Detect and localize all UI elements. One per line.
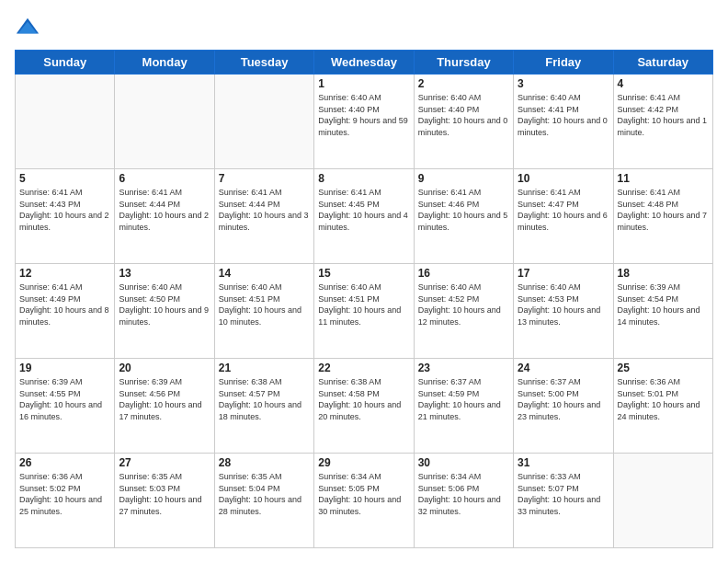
calendar-day-header: Tuesday <box>214 51 313 75</box>
day-info: Sunrise: 6:41 AM Sunset: 4:47 PM Dayligh… <box>518 187 609 233</box>
day-info: Sunrise: 6:41 AM Sunset: 4:43 PM Dayligh… <box>19 187 110 233</box>
day-number: 8 <box>318 172 409 185</box>
day-info: Sunrise: 6:38 AM Sunset: 4:57 PM Dayligh… <box>219 376 310 422</box>
calendar-day-cell: 1Sunrise: 6:40 AM Sunset: 4:40 PM Daylig… <box>314 75 414 169</box>
day-number: 10 <box>518 172 609 185</box>
day-number: 5 <box>19 172 110 185</box>
day-number: 26 <box>19 456 110 469</box>
calendar-day-header: Thursday <box>414 51 513 75</box>
calendar-day-cell: 5Sunrise: 6:41 AM Sunset: 4:43 PM Daylig… <box>16 169 115 264</box>
calendar-day-cell: 14Sunrise: 6:40 AM Sunset: 4:51 PM Dayli… <box>214 264 313 359</box>
day-info: Sunrise: 6:40 AM Sunset: 4:51 PM Dayligh… <box>318 282 409 327</box>
calendar-week-row: 12Sunrise: 6:41 AM Sunset: 4:49 PM Dayli… <box>16 264 713 359</box>
day-info: Sunrise: 6:39 AM Sunset: 4:55 PM Dayligh… <box>19 376 110 422</box>
calendar-day-cell: 12Sunrise: 6:41 AM Sunset: 4:49 PM Dayli… <box>16 264 115 359</box>
calendar-day-cell: 30Sunrise: 6:34 AM Sunset: 5:06 PM Dayli… <box>414 454 513 548</box>
calendar-day-cell: 4Sunrise: 6:41 AM Sunset: 4:42 PM Daylig… <box>613 75 712 169</box>
calendar-day-cell: 31Sunrise: 6:33 AM Sunset: 5:07 PM Dayli… <box>514 454 613 548</box>
calendar-day-cell: 7Sunrise: 6:41 AM Sunset: 4:44 PM Daylig… <box>214 169 313 264</box>
day-number: 15 <box>318 267 409 280</box>
calendar-day-cell: 28Sunrise: 6:35 AM Sunset: 5:04 PM Dayli… <box>214 454 313 548</box>
day-info: Sunrise: 6:37 AM Sunset: 4:59 PM Dayligh… <box>418 376 509 422</box>
calendar-day-cell: 16Sunrise: 6:40 AM Sunset: 4:52 PM Dayli… <box>414 264 513 359</box>
day-number: 6 <box>119 172 210 185</box>
calendar-day-header: Monday <box>115 51 214 75</box>
day-number: 12 <box>19 267 110 280</box>
day-info: Sunrise: 6:41 AM Sunset: 4:49 PM Dayligh… <box>19 282 110 327</box>
day-info: Sunrise: 6:40 AM Sunset: 4:51 PM Dayligh… <box>219 282 310 327</box>
day-info: Sunrise: 6:34 AM Sunset: 5:06 PM Dayligh… <box>418 471 509 517</box>
day-info: Sunrise: 6:40 AM Sunset: 4:50 PM Dayligh… <box>119 282 210 327</box>
day-number: 31 <box>518 456 609 469</box>
page: SundayMondayTuesdayWednesdayThursdayFrid… <box>0 0 728 563</box>
day-number: 20 <box>119 362 210 374</box>
day-info: Sunrise: 6:39 AM Sunset: 4:56 PM Dayligh… <box>119 376 210 422</box>
day-number: 16 <box>418 267 509 280</box>
day-number: 7 <box>219 172 310 185</box>
day-info: Sunrise: 6:41 AM Sunset: 4:46 PM Dayligh… <box>418 187 509 233</box>
calendar-day-cell <box>115 75 214 169</box>
calendar-day-cell: 24Sunrise: 6:37 AM Sunset: 5:00 PM Dayli… <box>514 359 613 454</box>
calendar-day-cell: 15Sunrise: 6:40 AM Sunset: 4:51 PM Dayli… <box>314 264 414 359</box>
day-number: 2 <box>418 77 509 90</box>
day-info: Sunrise: 6:36 AM Sunset: 5:02 PM Dayligh… <box>19 471 110 517</box>
day-number: 29 <box>318 456 409 469</box>
day-info: Sunrise: 6:41 AM Sunset: 4:42 PM Dayligh… <box>618 92 709 138</box>
day-info: Sunrise: 6:40 AM Sunset: 4:52 PM Dayligh… <box>418 282 509 327</box>
calendar-day-cell: 19Sunrise: 6:39 AM Sunset: 4:55 PM Dayli… <box>16 359 115 454</box>
day-number: 13 <box>119 267 210 280</box>
calendar-day-cell: 2Sunrise: 6:40 AM Sunset: 4:40 PM Daylig… <box>414 75 513 169</box>
day-number: 22 <box>318 362 409 374</box>
calendar-week-row: 1Sunrise: 6:40 AM Sunset: 4:40 PM Daylig… <box>16 75 713 169</box>
header <box>15 15 713 40</box>
calendar-day-cell: 17Sunrise: 6:40 AM Sunset: 4:53 PM Dayli… <box>514 264 613 359</box>
logo-icon <box>15 15 40 40</box>
calendar-week-row: 19Sunrise: 6:39 AM Sunset: 4:55 PM Dayli… <box>16 359 713 454</box>
day-info: Sunrise: 6:35 AM Sunset: 5:03 PM Dayligh… <box>119 471 210 517</box>
day-number: 19 <box>19 362 110 374</box>
day-number: 23 <box>418 362 509 374</box>
day-number: 25 <box>618 362 709 374</box>
day-number: 14 <box>219 267 310 280</box>
day-info: Sunrise: 6:41 AM Sunset: 4:45 PM Dayligh… <box>318 187 409 233</box>
calendar-day-cell <box>16 75 115 169</box>
calendar-day-cell: 29Sunrise: 6:34 AM Sunset: 5:05 PM Dayli… <box>314 454 414 548</box>
calendar-day-cell: 26Sunrise: 6:36 AM Sunset: 5:02 PM Dayli… <box>16 454 115 548</box>
day-number: 24 <box>518 362 609 374</box>
day-info: Sunrise: 6:34 AM Sunset: 5:05 PM Dayligh… <box>318 471 409 517</box>
day-number: 4 <box>618 77 709 90</box>
calendar-day-header: Wednesday <box>314 51 414 75</box>
calendar-day-cell: 20Sunrise: 6:39 AM Sunset: 4:56 PM Dayli… <box>115 359 214 454</box>
calendar-day-cell: 8Sunrise: 6:41 AM Sunset: 4:45 PM Daylig… <box>314 169 414 264</box>
day-info: Sunrise: 6:40 AM Sunset: 4:40 PM Dayligh… <box>318 92 409 138</box>
calendar-day-cell: 9Sunrise: 6:41 AM Sunset: 4:46 PM Daylig… <box>414 169 513 264</box>
day-info: Sunrise: 6:40 AM Sunset: 4:53 PM Dayligh… <box>518 282 609 327</box>
day-info: Sunrise: 6:41 AM Sunset: 4:44 PM Dayligh… <box>219 187 310 233</box>
logo <box>15 15 44 40</box>
day-number: 9 <box>418 172 509 185</box>
day-info: Sunrise: 6:41 AM Sunset: 4:44 PM Dayligh… <box>119 187 210 233</box>
calendar-day-cell: 27Sunrise: 6:35 AM Sunset: 5:03 PM Dayli… <box>115 454 214 548</box>
calendar-header-row: SundayMondayTuesdayWednesdayThursdayFrid… <box>16 51 713 75</box>
calendar-day-cell: 3Sunrise: 6:40 AM Sunset: 4:41 PM Daylig… <box>514 75 613 169</box>
calendar-day-cell: 6Sunrise: 6:41 AM Sunset: 4:44 PM Daylig… <box>115 169 214 264</box>
day-number: 28 <box>219 456 310 469</box>
calendar-day-cell <box>214 75 313 169</box>
day-info: Sunrise: 6:40 AM Sunset: 4:41 PM Dayligh… <box>518 92 609 138</box>
calendar-day-cell: 22Sunrise: 6:38 AM Sunset: 4:58 PM Dayli… <box>314 359 414 454</box>
day-info: Sunrise: 6:41 AM Sunset: 4:48 PM Dayligh… <box>618 187 709 233</box>
calendar-day-cell <box>613 454 712 548</box>
day-number: 27 <box>119 456 210 469</box>
day-number: 3 <box>518 77 609 90</box>
calendar-day-cell: 11Sunrise: 6:41 AM Sunset: 4:48 PM Dayli… <box>613 169 712 264</box>
day-number: 11 <box>618 172 709 185</box>
calendar-week-row: 26Sunrise: 6:36 AM Sunset: 5:02 PM Dayli… <box>16 454 713 548</box>
calendar-table: SundayMondayTuesdayWednesdayThursdayFrid… <box>15 50 713 548</box>
calendar-day-cell: 13Sunrise: 6:40 AM Sunset: 4:50 PM Dayli… <box>115 264 214 359</box>
day-info: Sunrise: 6:35 AM Sunset: 5:04 PM Dayligh… <box>219 471 310 517</box>
calendar-day-cell: 18Sunrise: 6:39 AM Sunset: 4:54 PM Dayli… <box>613 264 712 359</box>
day-info: Sunrise: 6:39 AM Sunset: 4:54 PM Dayligh… <box>618 282 709 327</box>
day-number: 1 <box>318 77 409 90</box>
calendar-day-cell: 23Sunrise: 6:37 AM Sunset: 4:59 PM Dayli… <box>414 359 513 454</box>
calendar-day-cell: 25Sunrise: 6:36 AM Sunset: 5:01 PM Dayli… <box>613 359 712 454</box>
